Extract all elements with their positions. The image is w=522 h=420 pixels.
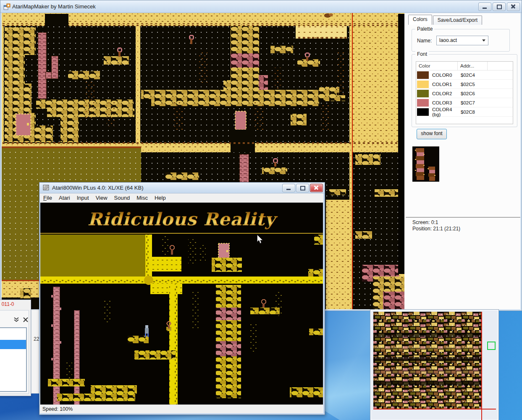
door-sprite (218, 243, 229, 258)
menu-help[interactable]: Help (151, 193, 169, 202)
color-row[interactable]: COLOR2 $02C6 (416, 89, 513, 98)
font-group: Font Color Addr... COLOR0 $02C4 (412, 54, 517, 127)
selection-square (487, 342, 496, 350)
map-room-right (353, 152, 404, 309)
mapmaker-app-icon (3, 3, 10, 10)
door-sprite (16, 114, 31, 136)
mapmaker-titlebar[interactable]: AtariMapMaker by Martin Simecek (0, 0, 522, 13)
palette-name-value: laoo.act (439, 37, 457, 43)
emulator-statusbar: Speed: 100% (40, 404, 323, 413)
font-legend: Font (415, 51, 429, 57)
colors-panel: Colors Save/Load/Export Palette Name: la… (406, 13, 520, 309)
menu-atari[interactable]: Atari (55, 193, 73, 202)
color-swatch (417, 108, 429, 116)
close-button[interactable] (507, 3, 520, 11)
game-title: Ridiculous Reality (87, 209, 278, 230)
color-swatch (417, 90, 429, 97)
color-swatch (417, 71, 429, 79)
tool-window: . 011-0 (0, 300, 31, 396)
tool-window-listbox[interactable] (0, 327, 27, 392)
emulator-title: Atari800Win PLus 4.0: XL/XE (64 KB) (52, 185, 144, 191)
chevron-down-icon (482, 39, 485, 42)
palette-name-label: Name: (417, 38, 432, 44)
emulator-titlebar[interactable]: Atari800Win PLus 4.0: XL/XE (64 KB) (39, 183, 325, 193)
tool-window-label: . 011-0 (0, 301, 14, 307)
minimize-icon (286, 189, 291, 190)
crosshair-horizontal-line (373, 409, 496, 410)
minimize-button[interactable] (478, 3, 491, 11)
tab-colors[interactable]: Colors (408, 15, 432, 25)
minimize-button[interactable] (282, 184, 295, 192)
color-listview[interactable]: Color Addr... COLOR0 $02C4 COLOR1 (416, 61, 513, 124)
crosshair-vertical-line (481, 312, 482, 420)
emulator-window: Atari800Win PLus 4.0: XL/XE (64 KB) File… (39, 182, 325, 415)
font-tile-preview (412, 146, 439, 182)
tool-window-panel (0, 310, 29, 394)
maximize-icon (300, 186, 305, 190)
color-row[interactable]: COLOR3 $02C7 (416, 98, 513, 107)
color-row[interactable]: COLOR0 $02C4 (416, 70, 513, 80)
menu-misc[interactable]: Misc (133, 193, 151, 202)
menu-file[interactable]: File (40, 193, 55, 202)
menu-view[interactable]: View (92, 193, 111, 202)
charset-overview-window (370, 309, 499, 420)
column-header-color[interactable]: Color (416, 62, 458, 70)
tab-save-load-export[interactable]: Save/Load/Export (433, 16, 482, 25)
close-icon[interactable] (23, 317, 29, 323)
close-button[interactable] (310, 184, 323, 192)
map-room-a (4, 14, 136, 143)
panel-tabs: Colors Save/Load/Export (408, 15, 483, 25)
double-chevron-down-icon[interactable] (13, 317, 20, 323)
charset-view[interactable] (373, 312, 481, 409)
column-header-addr[interactable]: Addr... (458, 62, 488, 70)
maximize-icon (497, 5, 502, 9)
door-sprite (235, 111, 246, 130)
status-position: Position: 21:1 (21:21) (412, 226, 460, 232)
menu-input[interactable]: Input (73, 193, 92, 202)
mapmaker-title: AtariMapMaker by Martin Simecek (12, 3, 96, 10)
status-screen: Screen: 0:1 (412, 219, 438, 225)
desktop-background: AtariMapMaker by Martin Simecek (0, 0, 522, 420)
map-page-line (352, 13, 353, 309)
palette-group: Palette Name: laoo.act (412, 29, 510, 52)
palette-legend: Palette (415, 26, 434, 32)
palette-name-combobox[interactable]: laoo.act (436, 36, 488, 45)
listbox-selected-row[interactable] (0, 340, 26, 349)
emulator-menubar: File Atari Input View Sound Misc Help (40, 193, 323, 203)
color-swatch (417, 81, 429, 88)
map-room-b (140, 26, 349, 153)
listview-header[interactable]: Color Addr... (416, 62, 513, 70)
minimize-icon (483, 8, 487, 9)
color-row[interactable]: COLOR4 (bg) $02C8 (416, 107, 513, 117)
game-screen[interactable]: Ridiculous Reality (40, 203, 323, 404)
emulator-app-icon (43, 184, 50, 191)
menu-sound[interactable]: Sound (111, 193, 134, 202)
show-font-button[interactable]: show font (417, 129, 447, 139)
panel-separator (406, 217, 520, 218)
maximize-button[interactable] (296, 184, 309, 192)
ruler-label: 22 (34, 336, 39, 342)
color-swatch (417, 99, 429, 107)
color-row[interactable]: COLOR1 $02C5 (416, 80, 513, 89)
maximize-button[interactable] (493, 3, 506, 11)
